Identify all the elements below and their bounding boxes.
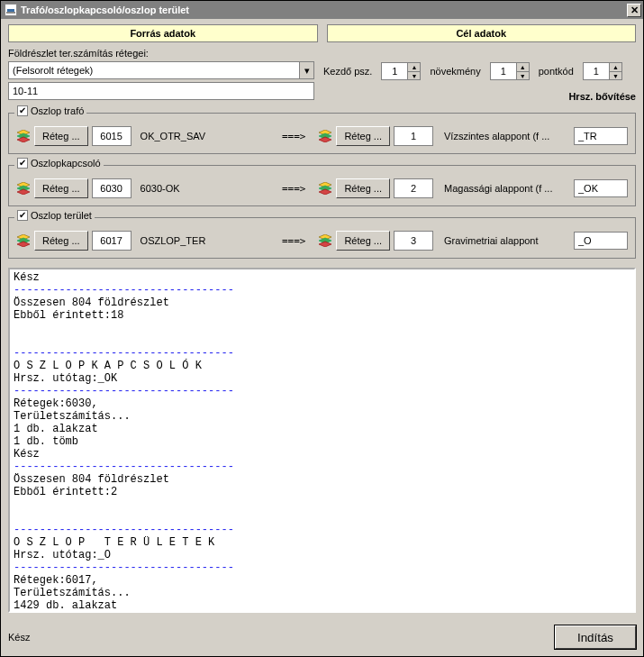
layer-dropdown[interactable]: ▾: [8, 61, 314, 79]
spin-down-icon[interactable]: ▼: [516, 71, 529, 79]
spin-up-icon[interactable]: ▲: [407, 63, 420, 71]
dst-layer-label: Vízszintes alappont (f ...: [444, 131, 570, 141]
log-content: Kész----------------------------------Ös…: [10, 269, 634, 613]
log-line: Ebből érintett:2: [14, 486, 630, 498]
source-header: Forrás adatok: [8, 24, 318, 42]
log-line: 1 db. tömb: [14, 435, 630, 448]
dst-layer-num: 3: [394, 231, 433, 251]
dst-layer-button[interactable]: Réteg ...: [336, 231, 390, 251]
layers-icon: [318, 130, 332, 142]
titlebar: Trafó/oszlopkapcsoló/oszlop terület ✕: [1, 1, 643, 19]
log-line: [14, 322, 630, 334]
layer-dropdown-value[interactable]: [9, 63, 299, 78]
log-line: O S Z L O P K A P C S O L Ó K: [14, 360, 630, 372]
src-layer-name: OSZLOP_TER: [141, 235, 206, 246]
group-title: Oszlop trafó: [31, 105, 84, 116]
layer-label: Földrészlet ter.számítás rétegei:: [8, 48, 314, 59]
spin-down-icon[interactable]: ▼: [609, 71, 621, 79]
log-line: [14, 334, 630, 347]
group-checkbox[interactable]: ✔: [17, 158, 28, 169]
suffix-input[interactable]: [574, 232, 628, 250]
spin-up-icon[interactable]: ▲: [609, 63, 621, 71]
spin-up-icon[interactable]: ▲: [516, 63, 529, 71]
log-line: Területszámítás...: [14, 410, 630, 423]
svg-marker-16: [17, 242, 30, 247]
log-line: Rétegek:6017,: [14, 574, 630, 587]
svg-marker-13: [319, 189, 331, 195]
group-1: ✔OszlopkapcsolóRéteg ...60306030-OK===>R…: [8, 165, 636, 206]
target-header: Cél adatok: [327, 24, 637, 42]
src-layer-num: 6017: [92, 231, 132, 251]
src-layer-button[interactable]: Réteg ...: [34, 231, 88, 251]
log-line: Területszámítás...: [14, 587, 630, 599]
layers-icon: [16, 130, 31, 142]
run-button[interactable]: Indítás: [555, 625, 636, 649]
log-line: [14, 511, 630, 524]
dst-layer-label: Magassági alappont (f ...: [444, 183, 570, 194]
dst-layer-label: Gravimetriai alappont: [444, 235, 570, 246]
group-checkbox[interactable]: ✔: [17, 210, 28, 221]
log-line: Kész: [14, 448, 630, 461]
src-layer-name: OK_OTR_SAV: [141, 131, 206, 141]
log-area[interactable]: Kész----------------------------------Ös…: [8, 268, 636, 613]
log-line: ----------------------------------: [14, 284, 630, 297]
group-title: Oszlopkapcsoló: [31, 158, 101, 169]
content: Forrás adatok Cél adatok Földrészlet ter…: [1, 19, 643, 620]
close-button[interactable]: ✕: [627, 4, 641, 17]
log-line: Hrsz. utótag:_O: [14, 549, 630, 561]
suffix-input[interactable]: [574, 127, 628, 145]
chevron-down-icon[interactable]: ▾: [299, 62, 313, 78]
start-label: Kezdő psz.: [323, 66, 372, 77]
arrow-icon: ===>: [282, 183, 306, 195]
incr-spinner[interactable]: ▲▼: [490, 62, 530, 80]
dst-layer-num: 2: [394, 178, 433, 198]
app-icon: [5, 4, 17, 16]
layers-icon: [16, 234, 31, 247]
svg-marker-19: [319, 242, 331, 247]
spin-down-icon[interactable]: ▼: [407, 71, 420, 79]
log-line: 1428 db. tömb: [14, 612, 630, 613]
suffix-input[interactable]: [574, 179, 628, 197]
group-checkbox[interactable]: ✔: [17, 105, 28, 116]
log-line: Ebből érintett:18: [14, 309, 630, 322]
start-spinner[interactable]: ▲▼: [381, 62, 421, 80]
layers-icon: [318, 182, 332, 195]
group-2: ✔Oszlop területRéteg ...6017OSZLOP_TER==…: [8, 217, 636, 259]
log-line: Összesen 804 földrészlet: [14, 297, 630, 309]
code-input[interactable]: [8, 82, 314, 100]
log-line: Rétegek:6030,: [14, 397, 630, 410]
pcode-spinner-value[interactable]: [584, 65, 609, 78]
start-spinner-value[interactable]: [382, 65, 407, 78]
dst-layer-button[interactable]: Réteg ...: [336, 178, 390, 198]
log-line: ----------------------------------: [14, 524, 630, 536]
src-layer-name: 6030-OK: [141, 183, 180, 194]
layers-icon: [16, 182, 31, 195]
group-title: Oszlop terület: [31, 210, 92, 221]
svg-marker-4: [17, 137, 30, 142]
log-line: Kész: [14, 271, 630, 284]
dst-layer-num: 1: [394, 126, 433, 146]
log-line: ----------------------------------: [14, 385, 630, 397]
log-line: ----------------------------------: [14, 461, 630, 473]
status-text: Kész: [8, 632, 555, 643]
log-line: Összesen 804 földrészlet: [14, 473, 630, 486]
log-line: 1 db. alakzat: [14, 423, 630, 435]
log-line: 1429 db. alakzat: [14, 599, 630, 612]
log-line: [14, 498, 630, 511]
dst-layer-button[interactable]: Réteg ...: [336, 126, 390, 146]
arrow-icon: ===>: [282, 131, 306, 142]
svg-rect-1: [6, 12, 15, 14]
arrow-icon: ===>: [282, 235, 306, 247]
src-layer-button[interactable]: Réteg ...: [34, 178, 88, 198]
pcode-spinner[interactable]: ▲▼: [583, 62, 622, 80]
group-0: ✔Oszlop trafóRéteg ...6015OK_OTR_SAV===>…: [8, 113, 636, 154]
svg-marker-10: [17, 189, 30, 195]
layers-icon: [318, 234, 332, 247]
incr-label: növekmény: [430, 66, 480, 77]
src-layer-button[interactable]: Réteg ...: [34, 126, 88, 146]
log-line: ----------------------------------: [14, 347, 630, 360]
incr-spinner-value[interactable]: [491, 65, 516, 78]
log-line: ----------------------------------: [14, 561, 630, 574]
app-window: Trafó/oszlopkapcsoló/oszlop terület ✕ Fo…: [0, 0, 644, 657]
window-title: Trafó/oszlopkapcsoló/oszlop terület: [21, 5, 627, 15]
